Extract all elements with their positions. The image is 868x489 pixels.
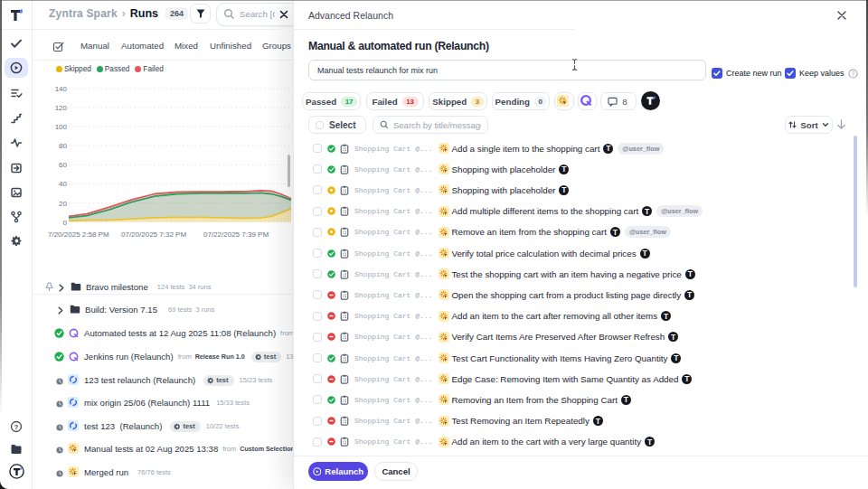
- svg-text:7/20/2025 2:58 PM: 7/20/2025 2:58 PM: [48, 230, 109, 239]
- svg-text:?: ?: [851, 70, 854, 76]
- svg-text:120: 120: [55, 104, 68, 112]
- svg-text:20: 20: [59, 200, 67, 208]
- svg-text:?: ?: [14, 423, 19, 431]
- svg-text:07/22/2025 7:39 PM: 07/22/2025 7:39 PM: [203, 230, 269, 239]
- svg-text:140: 140: [55, 85, 68, 93]
- svg-text:80: 80: [59, 142, 67, 150]
- svg-text:40: 40: [59, 180, 67, 188]
- svg-text:0: 0: [63, 219, 68, 227]
- svg-text:07/20/2025 7:32 PM: 07/20/2025 7:32 PM: [121, 230, 186, 239]
- svg-text:60: 60: [59, 161, 67, 169]
- svg-text:100: 100: [55, 123, 68, 131]
